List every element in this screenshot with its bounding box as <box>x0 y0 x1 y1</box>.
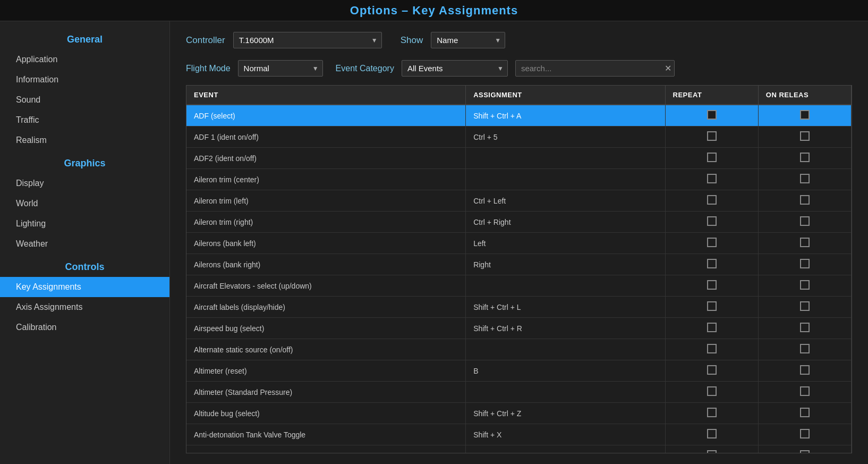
checkbox-onrelease[interactable] <box>800 323 810 332</box>
sidebar-item-information[interactable]: Information <box>0 70 169 90</box>
table-row[interactable]: Ailerons (bank right)Right <box>186 254 852 275</box>
cell-repeat <box>665 360 758 382</box>
checkbox-repeat[interactable] <box>707 323 717 332</box>
col-header-repeat: REPEAT <box>665 86 758 105</box>
checkbox-repeat[interactable] <box>707 238 717 247</box>
checkbox-repeat[interactable] <box>707 259 717 268</box>
sidebar-item-calibration[interactable]: Calibration <box>0 317 169 338</box>
checkbox-onrelease[interactable] <box>800 386 810 396</box>
search-clear-button[interactable]: ✕ <box>665 64 671 73</box>
table-row[interactable]: Altitude bug (select)Shift + Ctrl + Z <box>186 403 852 424</box>
cell-event: APU (off) <box>186 445 466 454</box>
show-label: Show <box>401 35 423 46</box>
checkbox-repeat[interactable] <box>707 131 717 141</box>
checkbox-onrelease[interactable] <box>800 153 810 162</box>
checkbox-onrelease[interactable] <box>800 195 810 205</box>
flight-mode-select[interactable]: Normal All <box>238 60 323 77</box>
table-row[interactable]: Aileron trim (center) <box>186 169 852 190</box>
sidebar-item-display[interactable]: Display <box>0 173 169 193</box>
cell-repeat <box>665 169 758 190</box>
cell-onrelease <box>758 169 851 190</box>
cell-assignment: Right <box>466 254 665 275</box>
search-input[interactable] <box>515 60 675 77</box>
show-select[interactable]: Name All <box>431 32 505 48</box>
checkbox-onrelease[interactable] <box>800 174 810 183</box>
sidebar-item-key-assignments[interactable]: Key Assignments <box>0 277 169 297</box>
checkbox-repeat[interactable] <box>707 386 717 396</box>
table-row[interactable]: Airspeed bug (select)Shift + Ctrl + R <box>186 318 852 339</box>
table-row[interactable]: Aircraft labels (display/hide)Shift + Ct… <box>186 297 852 318</box>
cell-assignment <box>466 169 665 190</box>
checkbox-onrelease[interactable] <box>800 344 810 353</box>
cell-repeat <box>665 233 758 254</box>
checkbox-onrelease[interactable] <box>800 216 810 226</box>
checkbox-repeat[interactable] <box>707 110 717 120</box>
sidebar-item-traffic[interactable]: Traffic <box>0 110 169 130</box>
sidebar-section-graphics: Graphics <box>0 150 169 173</box>
checkbox-onrelease[interactable] <box>800 408 810 417</box>
checkbox-repeat[interactable] <box>707 429 717 438</box>
checkbox-repeat[interactable] <box>707 174 717 183</box>
event-category-select[interactable]: All Events Navigation Autopilot Engines <box>402 60 508 77</box>
cell-onrelease <box>758 126 851 148</box>
checkbox-repeat[interactable] <box>707 153 717 162</box>
table-row[interactable]: Aircraft Elevators - select (up/down) <box>186 275 852 297</box>
controller-label: Controller <box>186 35 225 46</box>
checkbox-repeat[interactable] <box>707 195 717 205</box>
sidebar-item-realism[interactable]: Realism <box>0 130 169 150</box>
checkbox-onrelease[interactable] <box>800 429 810 438</box>
cell-event: Alternate static source (on/off) <box>186 339 466 360</box>
sidebar-item-sound[interactable]: Sound <box>0 90 169 110</box>
table-body: ADF (select)Shift + Ctrl + AADF 1 (ident… <box>186 105 852 453</box>
controller-row: Controller T.16000M Keyboard Mouse ▼ Sho… <box>186 32 852 48</box>
flight-mode-row: Flight Mode Normal All ▼ Event Category … <box>186 60 852 77</box>
table-row[interactable]: ADF2 (ident on/off) <box>186 148 852 169</box>
checkbox-onrelease[interactable] <box>800 365 810 375</box>
sidebar-item-weather[interactable]: Weather <box>0 234 169 254</box>
checkbox-onrelease[interactable] <box>800 301 810 311</box>
table-row[interactable]: Alternate static source (on/off) <box>186 339 852 360</box>
sidebar-item-axis-assignments[interactable]: Axis Assignments <box>0 297 169 317</box>
cell-onrelease <box>758 382 851 403</box>
checkbox-onrelease[interactable] <box>800 110 810 120</box>
checkbox-onrelease[interactable] <box>800 450 810 453</box>
table-row[interactable]: Altimeter (Standard Pressure) <box>186 382 852 403</box>
checkbox-onrelease[interactable] <box>800 131 810 141</box>
checkbox-repeat[interactable] <box>707 280 717 290</box>
table-row[interactable]: Aileron trim (right)Ctrl + Right <box>186 212 852 233</box>
cell-onrelease <box>758 275 851 297</box>
sidebar-item-lighting[interactable]: Lighting <box>0 214 169 234</box>
checkbox-repeat[interactable] <box>707 408 717 417</box>
table-row[interactable]: Aileron trim (left)Ctrl + Left <box>186 190 852 212</box>
col-header-onrelease: ON RELEAS <box>758 86 851 105</box>
title-bar: Options – Key Assignments <box>0 0 868 21</box>
checkbox-onrelease[interactable] <box>800 238 810 247</box>
table-row[interactable]: ADF 1 (ident on/off)Ctrl + 5 <box>186 126 852 148</box>
event-category-dropdown-wrapper: All Events Navigation Autopilot Engines … <box>402 60 508 77</box>
cell-event: ADF 1 (ident on/off) <box>186 126 466 148</box>
cell-onrelease <box>758 339 851 360</box>
cell-event: ADF2 (ident on/off) <box>186 148 466 169</box>
checkbox-onrelease[interactable] <box>800 259 810 268</box>
content-area: Controller T.16000M Keyboard Mouse ▼ Sho… <box>170 21 868 464</box>
table-row[interactable]: Ailerons (bank left)Left <box>186 233 852 254</box>
cell-assignment: Ctrl + Right <box>466 212 665 233</box>
cell-repeat <box>665 254 758 275</box>
checkbox-onrelease[interactable] <box>800 280 810 290</box>
checkbox-repeat[interactable] <box>707 365 717 375</box>
checkbox-repeat[interactable] <box>707 216 717 226</box>
table-row[interactable]: Altimeter (reset)B <box>186 360 852 382</box>
cell-repeat <box>665 403 758 424</box>
sidebar-item-application[interactable]: Application <box>0 49 169 70</box>
controller-select[interactable]: T.16000M Keyboard Mouse <box>233 32 382 48</box>
sidebar-item-world[interactable]: World <box>0 193 169 214</box>
table-row[interactable]: ADF (select)Shift + Ctrl + A <box>186 105 852 126</box>
table-row[interactable]: APU (off) <box>186 445 852 454</box>
table-row[interactable]: Anti-detonation Tank Valve ToggleShift +… <box>186 424 852 445</box>
event-category-label: Event Category <box>336 64 394 73</box>
checkbox-repeat[interactable] <box>707 301 717 311</box>
checkbox-repeat[interactable] <box>707 344 717 353</box>
cell-onrelease <box>758 233 851 254</box>
cell-repeat <box>665 382 758 403</box>
checkbox-repeat[interactable] <box>707 450 717 453</box>
